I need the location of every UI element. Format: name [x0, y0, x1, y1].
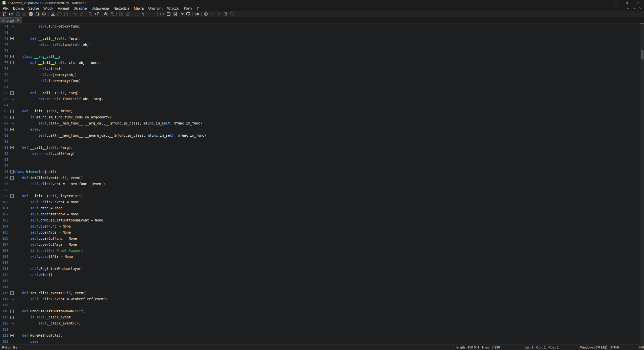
indent-guides-button[interactable] — [150, 11, 156, 17]
fold-collapse-icon[interactable] — [10, 316, 14, 319]
minimize-button[interactable] — [610, 0, 621, 6]
open-file-button[interactable] — [8, 11, 14, 17]
fold-collapse-icon[interactable] — [10, 128, 14, 131]
restore-button[interactable] — [621, 0, 633, 6]
length-lines-status[interactable]: length : 150 041 lines : 5 336 — [453, 345, 522, 350]
macro-run-multiple-button[interactable] — [222, 11, 229, 17]
fold-margin[interactable] — [10, 54, 14, 60]
sync-scroll-vertical-button[interactable] — [118, 11, 124, 17]
close-all-button[interactable] — [34, 11, 41, 17]
fold-margin[interactable] — [10, 127, 14, 133]
line-number: 71 — [0, 23, 10, 30]
menu-item-uruchom[interactable]: Uruchom — [146, 6, 165, 11]
fold-collapse-icon[interactable] — [10, 91, 14, 95]
fold-collapse-icon[interactable] — [10, 37, 14, 40]
fold-margin[interactable] — [10, 108, 14, 114]
fold-collapse-icon[interactable] — [10, 116, 14, 119]
tab-close-icon[interactable]: ✕ — [17, 18, 20, 22]
menu-item-karty[interactable]: Karty — [182, 6, 194, 11]
word-wrap-button[interactable] — [133, 11, 140, 17]
fold-collapse-icon[interactable] — [10, 176, 14, 180]
cut-button[interactable] — [49, 11, 56, 17]
find-button[interactable] — [87, 11, 93, 17]
menu-item-ustawienia[interactable]: Ustawienia — [89, 6, 111, 11]
line-number: 87 — [0, 120, 10, 127]
menu-item-widok[interactable]: Widok — [41, 6, 56, 11]
fold-collapse-icon[interactable] — [10, 170, 14, 173]
monitoring-button[interactable] — [194, 11, 200, 17]
menu-item-format[interactable]: Format — [56, 6, 71, 11]
print-button[interactable] — [41, 11, 47, 17]
scrollbar-thumb[interactable] — [641, 50, 643, 59]
folder-as-workspace-button[interactable] — [185, 11, 191, 17]
fold-margin[interactable] — [10, 114, 14, 120]
cursor-position-status[interactable]: Ln : 1 Col : 1 Pos : 1 — [522, 345, 577, 350]
fold-margin[interactable] — [10, 90, 14, 96]
fold-margin — [10, 187, 14, 193]
show-all-characters-dropdown-button[interactable] — [146, 11, 150, 17]
text-editor[interactable]: 71 self.func=proxy(func)7273 def __call_… — [0, 23, 640, 344]
document-list-button[interactable] — [172, 11, 178, 17]
zoom-in-button[interactable] — [102, 11, 109, 17]
fold-margin[interactable] — [10, 60, 14, 66]
close-button[interactable] — [28, 11, 34, 17]
fold-margin[interactable] — [10, 193, 14, 199]
close-window-button[interactable] — [633, 0, 644, 6]
encoding-status[interactable]: UTF-8 — [606, 345, 637, 350]
fold-margin[interactable] — [10, 145, 14, 151]
tab-ui-py[interactable]: ui.py ✕ — [0, 17, 22, 23]
new-tab-button[interactable] — [625, 6, 631, 11]
show-all-characters-button[interactable]: ¶ — [140, 11, 146, 17]
fold-margin[interactable] — [10, 333, 14, 339]
macro-save-button[interactable] — [229, 11, 235, 17]
macro-stop-button[interactable] — [209, 11, 216, 17]
fold-collapse-icon[interactable] — [10, 291, 14, 295]
save-button[interactable] — [14, 11, 21, 17]
fold-margin[interactable] — [10, 314, 14, 320]
menu-item-wtyczki[interactable]: Wtyczki — [165, 6, 182, 11]
save-all-button[interactable] — [21, 11, 28, 17]
redo-button[interactable] — [78, 11, 85, 17]
fold-margin[interactable] — [10, 175, 14, 181]
function-list-button[interactable]: fx — [178, 11, 185, 17]
fold-margin[interactable] — [10, 169, 14, 175]
fold-collapse-icon[interactable] — [10, 110, 14, 113]
document-map-button[interactable] — [165, 11, 172, 17]
fold-margin[interactable] — [10, 308, 14, 314]
menu-item-szukaj[interactable]: Szukaj — [26, 6, 41, 11]
macro-run-multiple-icon — [224, 12, 228, 16]
fold-collapse-icon[interactable] — [10, 55, 14, 58]
replace-button[interactable] — [93, 11, 100, 17]
fold-margin[interactable] — [10, 290, 14, 296]
insert-mode-status[interactable]: INS — [637, 345, 644, 350]
close-tab-button[interactable] — [637, 6, 643, 11]
code-line-97: 97 self.clickEvent = __mem_func__(event) — [0, 181, 640, 187]
menu-item-narz-dzia[interactable]: Narzędzia — [111, 6, 132, 11]
tab-list-button[interactable] — [631, 6, 637, 11]
copy-button[interactable] — [56, 11, 63, 17]
menu-item-plik[interactable]: Plik — [1, 6, 11, 11]
fold-collapse-icon[interactable] — [10, 194, 14, 198]
close-icon — [637, 1, 640, 4]
macro-playback-button[interactable] — [216, 11, 222, 17]
menu-item-sk-adnia[interactable]: Składnia — [71, 6, 89, 11]
eol-format-status[interactable]: Windows (CR LF) — [577, 345, 606, 350]
paste-button[interactable] — [63, 11, 69, 17]
macro-record-button[interactable] — [203, 11, 209, 17]
vertical-scrollbar[interactable] — [640, 23, 644, 344]
fold-margin[interactable] — [10, 36, 14, 42]
menu-item-edycja[interactable]: Edycja — [11, 6, 26, 11]
fold-collapse-icon[interactable] — [10, 310, 14, 313]
line-number: 76 — [0, 54, 10, 60]
fold-collapse-icon[interactable] — [10, 334, 14, 337]
zoom-out-button[interactable] — [109, 11, 115, 17]
define-language-button[interactable] — [159, 11, 165, 17]
fold-collapse-icon[interactable] — [10, 61, 14, 64]
undo-button[interactable] — [71, 11, 78, 17]
menu-item-?[interactable]: ? — [194, 6, 201, 11]
doc-type-status[interactable]: Python file — [0, 345, 453, 350]
fold-collapse-icon[interactable] — [10, 146, 14, 149]
menu-item-makra[interactable]: Makra — [132, 6, 146, 11]
sync-scroll-horizontal-button[interactable] — [124, 11, 131, 17]
new-file-button[interactable] — [1, 11, 8, 17]
